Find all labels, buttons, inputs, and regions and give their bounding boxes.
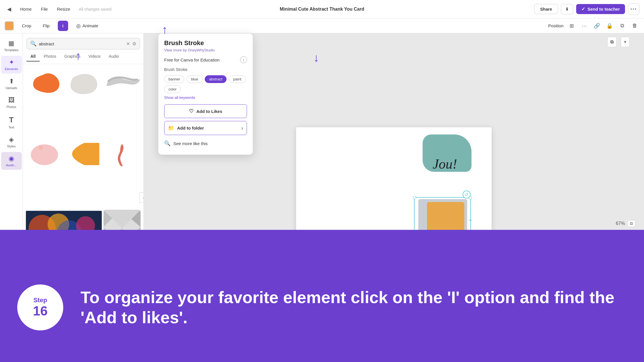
share-button[interactable]: Share [534,4,558,14]
list-item[interactable] [65,67,102,99]
clear-icon[interactable]: ✕ [126,41,130,47]
pink-blob-svg [26,138,63,170]
list-item[interactable] [65,138,102,170]
copy-icon: ⧉ [620,23,624,29]
lock-button[interactable]: 🔒 [605,21,614,30]
sidebar-item-label: Templates [4,48,18,52]
list-item[interactable] [26,210,102,247]
sidebar-item-elements[interactable]: ✦ Elements [1,56,22,74]
canvas-add-button[interactable]: + [621,37,630,47]
download-button[interactable]: ⬇ [561,4,573,14]
list-item[interactable] [26,67,63,99]
flip-button[interactable]: Flip [39,22,53,30]
list-item[interactable] [65,287,102,321]
file-menu[interactable]: File [38,5,51,13]
delete-button[interactable]: 🗑 [630,21,639,30]
popup-title: Brush Stroke [164,39,247,47]
info-button[interactable]: i [58,21,68,31]
download-icon: ⬇ [565,7,569,12]
sidebar-item-text[interactable]: T Text [1,113,22,132]
blue-blob-svg [103,287,141,321]
grid-icon: ⋯ [582,23,587,29]
checkmark-icon: ✓ [581,6,585,12]
send-teacher-button[interactable]: ✓ Send to teacher [576,4,625,14]
document-title: Minimal Cute Abstract Thank You Card [280,7,364,12]
photos-icon: 🖼 [8,97,15,104]
list-item[interactable] [26,287,63,321]
zoom-fit-button[interactable]: ⊡ [627,220,635,227]
crop-button[interactable]: Crop [18,22,35,30]
back-button[interactable]: ◀ [5,5,14,14]
elements-panel: 🔍 ✕ ⚙ All Photos Graphics Videos Audio [23,33,144,362]
sidebar-item-aesthetics[interactable]: ◉ Aesth... [1,152,22,170]
list-item[interactable] [103,287,141,321]
sidebar-item-label: Text [8,126,14,129]
tag-banner[interactable]: banner [164,75,184,83]
sidebar-item-label: Photos [6,105,16,109]
link-button[interactable]: 🔗 [592,21,601,30]
popup-brush-label: Brush Stroke [164,67,247,72]
list-item[interactable] [103,67,141,99]
geometric-svg [103,210,141,247]
aesthetics-icon: ◉ [9,155,14,162]
link-icon: 🔗 [594,23,600,29]
grid-button[interactable]: ⋯ [580,21,589,30]
sidebar-item-templates[interactable]: ▦ Templates [1,37,22,55]
home-menu[interactable]: Home [17,5,34,13]
svg-point-1 [39,146,43,150]
teal-blue-shape-svg [26,287,63,321]
top-bar-right: Share ⬇ ✓ Send to teacher ··· [534,3,639,15]
canvas-top-actions: ⧉ + [607,37,630,47]
resize-menu[interactable]: Resize [54,5,73,13]
popup-tags: banner blue abstract paint color [164,75,247,93]
sidebar-item-uploads[interactable]: ⬆ Uploads [1,75,22,93]
copy-button[interactable]: ⧉ [618,21,627,30]
list-item[interactable] [103,210,141,247]
info-popup: ↑ Brush Stroke View more by OneyWhyStudi… [158,33,253,155]
canvas-selection-box [414,197,471,242]
list-item[interactable] [103,138,141,170]
tab-audio[interactable]: Audio [105,52,123,61]
rotate-handle[interactable]: ↺ [463,190,471,199]
chevron-right-icon: › [241,125,243,131]
sidebar-item-styles[interactable]: ◈ Styles [1,133,22,151]
sidebar-item-label: Uploads [5,86,17,90]
styles-icon: ◈ [9,136,14,143]
show-keywords-link[interactable]: Show all keywords [164,95,247,100]
elements-icon: ✦ [9,59,14,66]
secondary-toolbar: Crop Flip i ◎ Animate Position ⊞ ⋯ 🔗 🔒 ⧉… [0,18,644,33]
arrow-up-indicator: ↑ [313,53,319,66]
autosave-status: All changes saved [79,7,112,11]
sidebar-item-photos[interactable]: 🖼 Photos [1,94,22,111]
tab-videos[interactable]: Videos [85,52,105,61]
collapse-panel-button[interactable]: ‹ [139,192,144,203]
tab-photos[interactable]: Photos [40,52,60,61]
popup-info-icon[interactable]: i [240,56,247,63]
more-options-button[interactable]: ··· [628,3,639,15]
arrow-left-1: ← [400,287,410,299]
popup-subtitle[interactable]: View more by OneyWhyStudio [164,48,247,52]
tab-all[interactable]: All [26,52,40,61]
color-swatch[interactable] [5,21,14,30]
top-bar: ◀ Home File Resize All changes saved Min… [0,0,644,18]
search-input[interactable] [39,41,124,46]
resize-icon[interactable]: ↔ [468,217,473,223]
animate-button[interactable]: ◎ Animate [73,21,102,31]
add-to-likes-button[interactable]: ♡ Add to Likes [164,104,247,118]
uploads-icon: ⬆ [9,78,14,85]
search-bar: 🔍 ✕ ⚙ [23,33,143,52]
tag-blue[interactable]: blue [187,75,202,83]
list-item[interactable] [26,138,63,170]
arrow-left-2: ← [400,299,410,311]
see-more-button[interactable]: 🔍 See more like this [164,138,247,149]
tag-paint[interactable]: paint [229,75,246,83]
align-button[interactable]: ⊞ [567,21,576,30]
position-button[interactable]: Position [548,23,564,28]
info-icon: i [62,23,64,28]
tag-color[interactable]: color [164,85,181,93]
add-to-folder-button[interactable]: 📁 Add to folder › [164,121,247,135]
canvas-copy-button[interactable]: ⧉ [607,37,617,47]
filter-icon[interactable]: ⚙ [132,41,136,47]
tag-abstract[interactable]: abstract [205,75,227,83]
secondary-bar-right: Position ⊞ ⋯ 🔗 🔒 ⧉ 🗑 [548,21,639,30]
